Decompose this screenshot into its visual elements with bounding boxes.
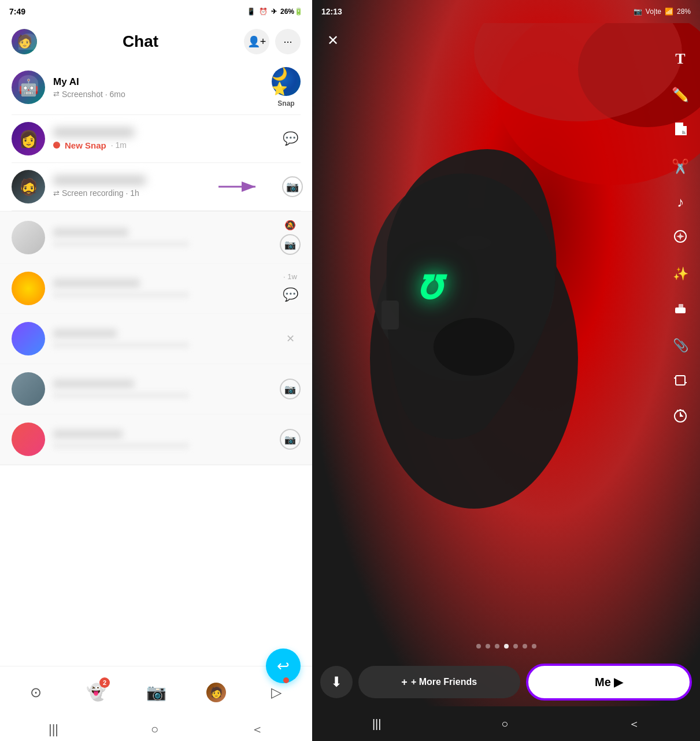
myai-avatar: 🤖 [12,71,45,104]
blurred-name-3 [53,329,117,338]
x-icon[interactable]: ✕ [286,332,295,345]
status-time-left: 7:49 [9,7,25,16]
scissors-tool[interactable]: ✂️ [668,154,693,179]
camera-icon-b5[interactable]: 📷 [280,429,301,450]
dot-1 [476,644,481,649]
sparkles-icon: ✨ [673,266,688,281]
download-snap-button[interactable]: ⬇ [320,666,353,698]
blurred-right-3: ✕ [280,332,301,345]
myai-right: 🌙⭐ Snap [272,67,301,108]
snap-badge-label: Snap [277,99,294,108]
blurred-chat-4[interactable]: 📷 [0,364,312,414]
magic-tool[interactable]: ✨ [668,261,693,287]
blurred-sub-2 [53,291,189,298]
chat-item-guy[interactable]: 🧔 ⇄ Screen recording · 1h 📷 [0,163,312,210]
music-tool[interactable]: ♪ [668,190,693,215]
add-friend-button[interactable]: 👤+ [244,29,269,54]
back-btn-right[interactable]: ＜ [628,716,640,732]
chat-item-girl[interactable]: 👩 New Snap · 1m 💬 [0,115,312,162]
blurred-sub-4 [53,392,189,399]
profile-emoji: 🧑 [210,686,223,699]
myai-info: My AI ⇄ Screenshot · 6mo [53,76,266,99]
user-avatar-header[interactable]: 🧑 [12,29,37,54]
nav-profile[interactable]: 🧑 [199,675,234,710]
crop-icon [673,373,688,391]
nav-map[interactable]: ⊙ [18,675,53,710]
nav-camera[interactable]: 📷 [139,675,173,710]
pencil-tool[interactable]: ✏️ [668,82,693,108]
camera-icon-b1[interactable]: 📷 [280,234,301,255]
pencil-icon: ✏️ [672,87,689,103]
nav-stories[interactable]: 👻 2 [79,675,113,710]
sticker-tool[interactable] [668,118,693,143]
girl-name [53,128,134,137]
blurred-chat-3[interactable]: ✕ [0,314,312,364]
msg-icon-b2[interactable]: 💬 [280,284,301,305]
home-btn[interactable]: ○ [151,722,158,737]
link-tool[interactable]: 📎 [668,333,693,358]
new-snap-text: New Snap [65,140,106,150]
lens-tool[interactable] [668,225,693,251]
sys-nav-right: ||| ○ ＜ [312,706,700,741]
status-icons-left: 📱 ⏰ ✈ 26%🔋 [247,8,303,16]
chat-item-myai[interactable]: 🤖 My AI ⇄ Screenshot · 6mo 🌙⭐ Snap [0,60,312,114]
blurred-chat-1[interactable]: 🔕 📷 [0,212,312,264]
more-friends-button[interactable]: + + More Friends [358,666,520,698]
blurred-content-2 [53,279,280,298]
brand-logo: ʊ [416,260,439,309]
snap-background: ʊ [312,0,700,741]
eraser-tool[interactable] [668,297,693,323]
more-friends-icon: + [401,676,408,688]
send-to-me-button[interactable]: Me ▶ [526,664,692,701]
blurred-sub-1 [53,240,189,247]
message-icon[interactable]: 💬 [280,128,301,149]
week-label: · 1w [283,272,297,281]
spotlight-notification-dot [283,677,289,683]
crop-tool[interactable] [668,369,693,394]
header-actions: 👤+ ··· [244,29,301,54]
girl-right: 💬 [280,128,301,149]
blurred-sub-3 [53,342,189,349]
blurred-sub-5 [53,442,189,449]
sticker-icon [673,121,688,140]
camera-icon: 📷 [286,180,299,193]
profile-avatar: 🧑 [206,683,226,702]
snap-badge-icon[interactable]: 🌙⭐ [272,67,301,96]
chat-header: 🧑 Chat 👤+ ··· [0,23,312,60]
blurred-name-5 [53,429,123,439]
mute-bell-icon: 🔕 [284,220,296,231]
girl-time: · 1m [111,140,127,150]
sys-nav-left: ||| ○ ＜ [0,718,312,741]
more-options-button[interactable]: ··· [275,29,301,54]
status-bar-right: 12:13 📷 Vo|te 📶 28% [312,0,700,23]
blurred-chat-5[interactable]: 📷 [0,414,312,465]
alarm-icon: ⏰ [259,8,268,16]
text-tool[interactable]: T [668,46,693,72]
svg-point-9 [434,318,514,376]
battery-right: 28% [677,8,691,16]
nav-spotlight[interactable]: ▷ [259,675,294,710]
send-me-label: Me ▶ [595,675,623,689]
timer-tool[interactable] [668,405,693,430]
screen-rec-icon: ⇄ [53,189,60,198]
blurred-name-1 [53,228,128,237]
recent-apps-btn[interactable]: ||| [49,722,58,737]
girl-avatar: 👩 [12,122,45,155]
wifi-icon: 📶 [665,8,673,16]
music-note-icon: ♪ [677,194,684,210]
blurred-content-5 [53,429,280,449]
snap-close-button[interactable]: ✕ [321,29,345,52]
signal-icon: Vo|te [646,8,661,16]
snap-pagination-dots [476,644,536,649]
lens-icon [673,229,688,247]
recent-apps-btn-right[interactable]: ||| [372,717,382,731]
camera-icon-b4[interactable]: 📷 [280,379,301,399]
blurred-chat-2[interactable]: · 1w 💬 [0,264,312,314]
girl-emoji: 👩 [18,129,39,149]
home-btn-right[interactable]: ○ [501,717,508,731]
back-btn[interactable]: ＜ [251,721,264,738]
user-bitmoji: 🧑 [12,29,37,54]
dot-3 [495,644,499,649]
blurred-avatar-2 [12,272,45,305]
camera-snap-icon[interactable]: 📷 [282,176,303,197]
